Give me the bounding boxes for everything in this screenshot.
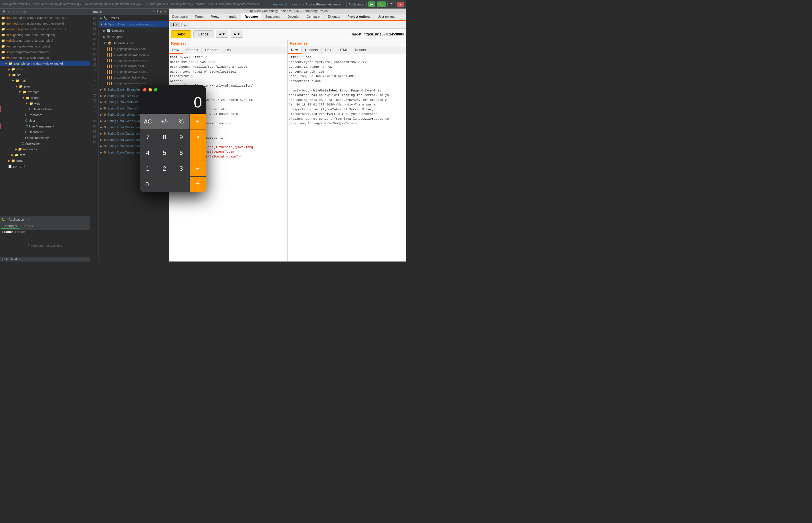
calc-maximize-dot[interactable] <box>154 88 157 91</box>
tree-item-users[interactable]: ▼ 📁 users <box>0 95 90 101</box>
calc-9[interactable]: 9 <box>173 129 189 145</box>
calc-7[interactable]: 7 <box>140 129 156 145</box>
calc-4[interactable]: 4 <box>140 145 156 161</box>
debug-button[interactable]: 🐛 <box>377 1 386 7</box>
close-tab-icon[interactable]: ✕ <box>175 23 178 26</box>
tab-sequencer[interactable]: Sequencer <box>262 14 284 20</box>
debug-run-tab[interactable]: Application <box>6 217 26 222</box>
resp-tab-html[interactable]: HTML <box>335 47 352 54</box>
tree-item-pom[interactable]: 📄 pom.xml <box>0 163 90 169</box>
tree-item-web-pkg[interactable]: ▼ 📁 web <box>0 101 90 106</box>
tab-target[interactable]: Target <box>191 14 207 20</box>
maven-settings-btn[interactable]: ⚙ <box>163 10 166 14</box>
tree-item-multistore[interactable]: 📁 multi-store [spring-data-multi-store-e… <box>0 26 90 32</box>
maven-download-btn[interactable]: ⬇ <box>156 10 159 14</box>
maven-refresh-btn[interactable]: ↻ <box>153 10 155 14</box>
tab-intruder[interactable]: Intruder <box>223 14 241 20</box>
response-content[interactable]: HTTP/1.1 500 Content-Type: text/html;cha… <box>288 54 406 262</box>
req-tab-headers[interactable]: Headers <box>202 47 222 54</box>
calc-8[interactable]: 8 <box>156 129 173 145</box>
resp-tab-raw[interactable]: Raw <box>288 47 301 54</box>
tree-item-usermanagement[interactable]: C UserManagement <box>0 124 90 129</box>
tree-item-test[interactable]: ▶ 📁 test <box>0 152 90 158</box>
calc-0[interactable]: 0 <box>140 177 173 192</box>
send-button[interactable]: Send <box>171 30 191 38</box>
stop-button[interactable]: ■ <box>397 2 404 7</box>
req-tab-raw[interactable]: Raw <box>169 47 183 54</box>
tree-item-idea[interactable]: ▶ 📁 .idea <box>0 66 90 72</box>
tree-item-map[interactable]: 📁 map [spring-data-map-repositories-exam… <box>0 15 90 21</box>
tree-item-redis[interactable]: 📁 redis [spring-data-redis-examples] <box>0 38 90 43</box>
tree-item-application[interactable]: C Application <box>0 141 90 146</box>
repeater-tab-new[interactable]: ... <box>182 22 189 27</box>
calc-close-dot[interactable] <box>143 88 146 91</box>
tab-dashboard[interactable]: Dashboard <box>169 14 191 20</box>
calc-3[interactable]: 3 <box>173 161 189 176</box>
tab-proxy[interactable]: Proxy <box>207 14 223 20</box>
dep-2[interactable]: ▌▌▌ org.springframework.boot... <box>99 52 169 58</box>
dep-1[interactable]: ▌▌▌ org.springframework.boot... <box>99 46 169 52</box>
tab-decoder[interactable]: Decoder <box>284 14 303 20</box>
maven-lifecycle[interactable]: ▶ 🔄 Lifecycle <box>99 28 169 34</box>
tab-extender[interactable]: Extender <box>325 14 344 20</box>
calc-2[interactable]: 2 <box>156 161 173 176</box>
tree-item-username[interactable]: C Username <box>0 129 90 135</box>
tab-user-options[interactable]: User options <box>374 14 399 20</box>
tab-comparer[interactable]: Comparer <box>303 14 325 20</box>
tree-item-example-pkg[interactable]: ▼ 📁 example <box>0 89 90 95</box>
calc-6[interactable]: 6 <box>173 145 189 161</box>
tree-item-userrepository[interactable]: I UserRepository <box>0 135 90 141</box>
tree-item-usercontroller[interactable]: C UserController <box>0 106 90 112</box>
next-button[interactable]: ▶ ▼ <box>230 31 243 38</box>
tree-item-target[interactable]: ▶ 📁 target <box>0 158 90 163</box>
calc-sign[interactable]: +/- <box>156 114 173 129</box>
tab-repeater[interactable]: Repeater <box>241 14 262 20</box>
req-tab-hex[interactable]: Hex <box>222 47 235 54</box>
tree-item-example[interactable]: ▼ 📁 example [spring-data-web-example] <box>0 60 90 66</box>
maven-spring-basic[interactable]: ▼ ⚙ Spring Data - Basic web examp... <box>99 21 169 28</box>
threads-subtab[interactable]: Threads <box>15 230 26 234</box>
resp-tab-render[interactable]: Render <box>351 47 369 54</box>
tree-item-neo4j[interactable]: 📁 neo4j [spring-data-neo4j-examples] <box>0 32 90 38</box>
dep-3[interactable]: ▌▌▌ org.springframework.boot... <box>99 58 169 64</box>
tree-item-web[interactable]: 📁 web [spring-data-web-examples] <box>0 55 90 60</box>
calc-decimal[interactable]: . <box>173 177 189 192</box>
tree-item-mongodb[interactable]: 📁 mongodb [spring-data-mongodb-example] <box>0 21 90 26</box>
tree-item-password[interactable]: C Password <box>0 112 90 118</box>
req-tab-params[interactable]: Params <box>183 47 202 54</box>
calc-multiply[interactable]: × <box>190 129 206 145</box>
calc-minimize-dot[interactable] <box>149 88 152 91</box>
maven-dependencies[interactable]: ▼ 📦 Dependencies <box>99 40 169 46</box>
resp-tab-hex[interactable]: Hex <box>322 47 335 54</box>
dep-5[interactable]: ▌▌▌ org.springframework.boot... <box>99 69 169 75</box>
dep-4[interactable]: ▌▌▌ org.hsqldb:hsqldb:2.4.0 <box>99 64 169 69</box>
cancel-button[interactable]: Cancel <box>193 30 213 38</box>
calc-plus[interactable]: + <box>190 161 206 176</box>
maven-profiles[interactable]: ▶ 🔧 Profiles <box>99 15 169 21</box>
run-button[interactable]: ▶ <box>368 1 375 7</box>
console-tab[interactable]: Console <box>20 223 36 229</box>
tab-project-options[interactable]: Project options <box>344 14 374 20</box>
calc-equals[interactable]: = <box>190 177 206 192</box>
frames-subtab[interactable]: Frames <box>2 230 14 234</box>
dep-6[interactable]: ▌▌▌ org.projectlombok:lombo... <box>99 75 169 80</box>
calc-1[interactable]: 1 <box>140 161 156 176</box>
prev-button[interactable]: ◀ ▼ <box>216 31 228 38</box>
calc-ac[interactable]: AC <box>140 114 156 129</box>
calc-divide[interactable]: ÷ <box>190 114 206 129</box>
maven-run-btn[interactable]: ▶ <box>160 10 162 14</box>
coverage-button[interactable]: ☂ <box>387 1 395 7</box>
maven-plugins[interactable]: ▶ 🔌 Plugins <box>99 34 169 40</box>
tree-item-java[interactable]: ▼ 📁 java <box>0 84 90 89</box>
calc-minus[interactable]: − <box>190 145 206 161</box>
debugger-tab[interactable]: Debugger <box>1 223 19 229</box>
calc-5[interactable]: 5 <box>156 145 173 161</box>
tree-item-main[interactable]: ▼ 📁 main <box>0 78 90 84</box>
tree-item-user[interactable]: C User <box>0 118 90 124</box>
tree-item-src[interactable]: ▼ 📁 src <box>0 72 90 78</box>
resp-tab-headers[interactable]: Headers <box>301 47 322 54</box>
run-config-selector[interactable]: Application <box>346 2 367 7</box>
tree-item-rest[interactable]: 📁 rest [spring-data-rest-examples] <box>0 43 90 49</box>
close-debug-icon[interactable]: ✕ <box>28 218 30 221</box>
calc-percent[interactable]: % <box>173 114 189 129</box>
